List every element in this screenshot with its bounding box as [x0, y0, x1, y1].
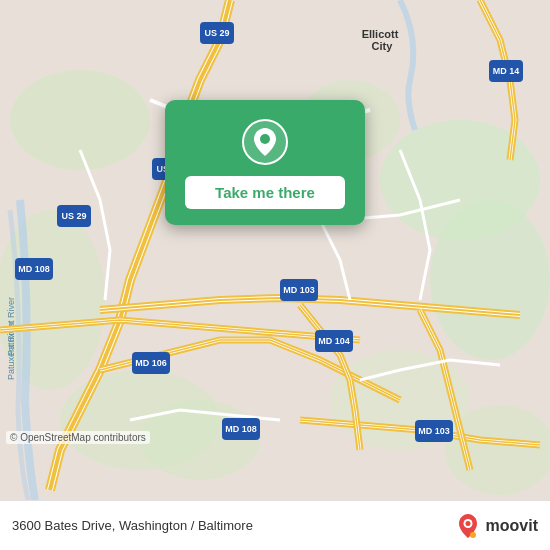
svg-text:MD 104: MD 104 [318, 336, 350, 346]
svg-text:MD 108: MD 108 [225, 424, 257, 434]
svg-text:MD 106: MD 106 [135, 358, 167, 368]
svg-text:MD 14: MD 14 [493, 66, 520, 76]
svg-point-37 [465, 521, 470, 526]
svg-text:City: City [372, 40, 394, 52]
address-text: 3600 Bates Drive, Washington / Baltimore [12, 518, 454, 533]
location-pin-icon [241, 118, 289, 166]
svg-point-38 [470, 532, 476, 538]
copyright-text: © OpenStreetMap contributors [6, 431, 150, 444]
svg-point-35 [260, 134, 270, 144]
popup-card: Take me there [165, 100, 365, 225]
svg-text:MD 103: MD 103 [283, 285, 315, 295]
svg-text:Ellicott: Ellicott [362, 28, 399, 40]
svg-point-9 [445, 405, 550, 495]
svg-text:US 29: US 29 [204, 28, 229, 38]
svg-text:US 29: US 29 [61, 211, 86, 221]
svg-text:MD 103: MD 103 [418, 426, 450, 436]
svg-point-2 [430, 200, 550, 360]
take-me-there-button[interactable]: Take me there [185, 176, 345, 209]
moovit-text: moovit [486, 517, 538, 535]
bottom-bar: 3600 Bates Drive, Washington / Baltimore… [0, 500, 550, 550]
moovit-logo: moovit [454, 512, 538, 540]
svg-point-3 [10, 70, 150, 170]
map-container: Patuxent River Patuxent River [0, 0, 550, 500]
svg-text:MD 108: MD 108 [18, 264, 50, 274]
moovit-icon [454, 512, 482, 540]
